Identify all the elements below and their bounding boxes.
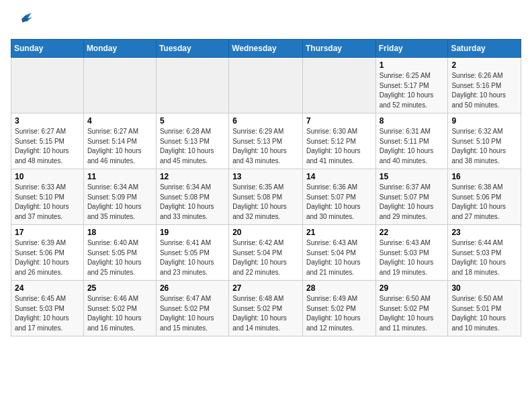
day-cell-29: 29Sunrise: 6:50 AM Sunset: 5:02 PM Dayli… — [375, 281, 448, 336]
day-number: 15 — [380, 172, 445, 181]
day-info: Sunrise: 6:43 AM Sunset: 5:03 PM Dayligh… — [380, 238, 445, 277]
day-info: Sunrise: 6:45 AM Sunset: 5:03 PM Dayligh… — [15, 294, 80, 333]
day-cell-18: 18Sunrise: 6:40 AM Sunset: 5:05 PM Dayli… — [83, 225, 156, 281]
day-info: Sunrise: 6:25 AM Sunset: 5:17 PM Dayligh… — [380, 71, 445, 110]
day-number: 27 — [232, 283, 299, 293]
day-cell-30: 30Sunrise: 6:50 AM Sunset: 5:01 PM Dayli… — [448, 281, 521, 336]
day-number: 9 — [451, 116, 517, 126]
day-number: 26 — [160, 283, 225, 293]
day-info: Sunrise: 6:50 AM Sunset: 5:01 PM Dayligh… — [451, 294, 517, 333]
day-cell-3: 3Sunrise: 6:27 AM Sunset: 5:15 PM Daylig… — [11, 113, 84, 169]
day-cell-6: 6Sunrise: 6:29 AM Sunset: 5:13 PM Daylig… — [229, 113, 303, 169]
day-info: Sunrise: 6:30 AM Sunset: 5:12 PM Dayligh… — [306, 127, 372, 166]
week-row-5: 24Sunrise: 6:45 AM Sunset: 5:03 PM Dayli… — [11, 281, 521, 336]
day-number: 16 — [451, 172, 517, 181]
day-number: 12 — [160, 172, 225, 181]
logo — [11, 11, 35, 32]
day-number: 2 — [451, 60, 517, 70]
day-cell-20: 20Sunrise: 6:42 AM Sunset: 5:04 PM Dayli… — [229, 225, 303, 281]
day-number: 3 — [15, 116, 80, 126]
weekday-header-thursday: Thursday — [302, 40, 375, 58]
day-info: Sunrise: 6:29 AM Sunset: 5:13 PM Dayligh… — [232, 127, 299, 166]
day-cell-27: 27Sunrise: 6:48 AM Sunset: 5:02 PM Dayli… — [229, 281, 303, 336]
weekday-header-sunday: Sunday — [11, 40, 84, 58]
day-number: 10 — [15, 172, 80, 181]
day-number: 11 — [87, 172, 152, 181]
week-row-2: 3Sunrise: 6:27 AM Sunset: 5:15 PM Daylig… — [11, 113, 521, 169]
day-cell-26: 26Sunrise: 6:47 AM Sunset: 5:02 PM Dayli… — [156, 281, 228, 336]
page-header — [11, 11, 521, 32]
weekday-header-saturday: Saturday — [448, 40, 521, 58]
day-info: Sunrise: 6:50 AM Sunset: 5:02 PM Dayligh… — [380, 294, 445, 333]
day-number: 6 — [232, 116, 299, 126]
day-cell-empty — [83, 58, 156, 113]
day-number: 30 — [451, 283, 517, 293]
weekday-header-wednesday: Wednesday — [229, 40, 303, 58]
day-cell-17: 17Sunrise: 6:39 AM Sunset: 5:06 PM Dayli… — [11, 225, 84, 281]
day-cell-25: 25Sunrise: 6:46 AM Sunset: 5:02 PM Dayli… — [83, 281, 156, 336]
day-cell-4: 4Sunrise: 6:27 AM Sunset: 5:14 PM Daylig… — [83, 113, 156, 169]
day-info: Sunrise: 6:38 AM Sunset: 5:06 PM Dayligh… — [451, 183, 517, 222]
day-number: 24 — [15, 283, 80, 293]
day-number: 4 — [87, 116, 152, 126]
day-number: 13 — [232, 172, 299, 181]
day-number: 14 — [306, 172, 372, 181]
day-number: 17 — [15, 228, 80, 237]
day-number: 5 — [160, 116, 225, 126]
day-info: Sunrise: 6:31 AM Sunset: 5:11 PM Dayligh… — [380, 127, 445, 166]
weekday-header-tuesday: Tuesday — [156, 40, 228, 58]
day-info: Sunrise: 6:41 AM Sunset: 5:05 PM Dayligh… — [160, 238, 225, 277]
logo-icon — [11, 11, 32, 32]
day-info: Sunrise: 6:33 AM Sunset: 5:10 PM Dayligh… — [15, 183, 80, 222]
day-cell-21: 21Sunrise: 6:43 AM Sunset: 5:04 PM Dayli… — [302, 225, 375, 281]
week-row-3: 10Sunrise: 6:33 AM Sunset: 5:10 PM Dayli… — [11, 169, 521, 225]
day-cell-2: 2Sunrise: 6:26 AM Sunset: 5:16 PM Daylig… — [448, 58, 521, 113]
day-cell-empty — [302, 58, 375, 113]
day-info: Sunrise: 6:34 AM Sunset: 5:09 PM Dayligh… — [87, 183, 152, 222]
day-number: 21 — [306, 228, 372, 237]
day-info: Sunrise: 6:39 AM Sunset: 5:06 PM Dayligh… — [15, 238, 80, 277]
day-number: 23 — [451, 228, 517, 237]
weekday-header-row: SundayMondayTuesdayWednesdayThursdayFrid… — [11, 40, 521, 58]
day-number: 29 — [380, 283, 445, 293]
day-info: Sunrise: 6:46 AM Sunset: 5:02 PM Dayligh… — [87, 294, 152, 333]
day-number: 8 — [380, 116, 445, 126]
day-cell-28: 28Sunrise: 6:49 AM Sunset: 5:02 PM Dayli… — [302, 281, 375, 336]
day-cell-22: 22Sunrise: 6:43 AM Sunset: 5:03 PM Dayli… — [375, 225, 448, 281]
day-cell-11: 11Sunrise: 6:34 AM Sunset: 5:09 PM Dayli… — [83, 169, 156, 225]
day-info: Sunrise: 6:26 AM Sunset: 5:16 PM Dayligh… — [451, 71, 517, 110]
day-info: Sunrise: 6:28 AM Sunset: 5:13 PM Dayligh… — [160, 127, 225, 166]
day-info: Sunrise: 6:49 AM Sunset: 5:02 PM Dayligh… — [306, 294, 372, 333]
day-cell-8: 8Sunrise: 6:31 AM Sunset: 5:11 PM Daylig… — [375, 113, 448, 169]
day-info: Sunrise: 6:36 AM Sunset: 5:07 PM Dayligh… — [306, 183, 372, 222]
day-number: 28 — [306, 283, 372, 293]
day-cell-5: 5Sunrise: 6:28 AM Sunset: 5:13 PM Daylig… — [156, 113, 228, 169]
day-info: Sunrise: 6:47 AM Sunset: 5:02 PM Dayligh… — [160, 294, 225, 333]
day-cell-16: 16Sunrise: 6:38 AM Sunset: 5:06 PM Dayli… — [448, 169, 521, 225]
day-info: Sunrise: 6:35 AM Sunset: 5:08 PM Dayligh… — [232, 183, 299, 222]
day-cell-empty — [11, 58, 84, 113]
day-cell-empty — [156, 58, 228, 113]
day-cell-empty — [229, 58, 303, 113]
day-number: 7 — [306, 116, 372, 126]
day-cell-14: 14Sunrise: 6:36 AM Sunset: 5:07 PM Dayli… — [302, 169, 375, 225]
weekday-header-friday: Friday — [375, 40, 448, 58]
day-info: Sunrise: 6:44 AM Sunset: 5:03 PM Dayligh… — [451, 238, 517, 277]
day-info: Sunrise: 6:34 AM Sunset: 5:08 PM Dayligh… — [160, 183, 225, 222]
day-info: Sunrise: 6:37 AM Sunset: 5:07 PM Dayligh… — [380, 183, 445, 222]
day-cell-23: 23Sunrise: 6:44 AM Sunset: 5:03 PM Dayli… — [448, 225, 521, 281]
week-row-1: 1Sunrise: 6:25 AM Sunset: 5:17 PM Daylig… — [11, 58, 521, 113]
day-info: Sunrise: 6:40 AM Sunset: 5:05 PM Dayligh… — [87, 238, 152, 277]
day-cell-1: 1Sunrise: 6:25 AM Sunset: 5:17 PM Daylig… — [375, 58, 448, 113]
day-number: 18 — [87, 228, 152, 237]
day-info: Sunrise: 6:43 AM Sunset: 5:04 PM Dayligh… — [306, 238, 372, 277]
week-row-4: 17Sunrise: 6:39 AM Sunset: 5:06 PM Dayli… — [11, 225, 521, 281]
day-number: 25 — [87, 283, 152, 293]
day-info: Sunrise: 6:42 AM Sunset: 5:04 PM Dayligh… — [232, 238, 299, 277]
day-cell-13: 13Sunrise: 6:35 AM Sunset: 5:08 PM Dayli… — [229, 169, 303, 225]
day-info: Sunrise: 6:27 AM Sunset: 5:15 PM Dayligh… — [15, 127, 80, 166]
day-number: 1 — [380, 60, 445, 70]
day-cell-10: 10Sunrise: 6:33 AM Sunset: 5:10 PM Dayli… — [11, 169, 84, 225]
day-number: 22 — [380, 228, 445, 237]
day-cell-24: 24Sunrise: 6:45 AM Sunset: 5:03 PM Dayli… — [11, 281, 84, 336]
